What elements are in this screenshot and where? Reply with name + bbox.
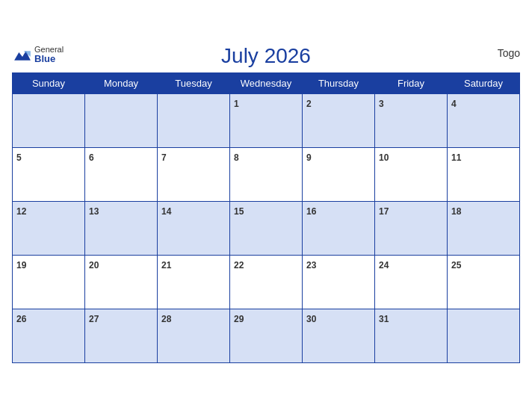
- calendar-cell: 10: [375, 147, 448, 201]
- day-number: 10: [379, 152, 389, 163]
- generalblue-logo-icon: [12, 44, 33, 65]
- calendar-cell: 24: [375, 255, 448, 309]
- calendar-cell: 18: [448, 201, 520, 255]
- calendar-week-row: 19202122232425: [13, 255, 520, 309]
- calendar-cell: 31: [375, 309, 448, 362]
- day-number: 18: [451, 206, 461, 217]
- calendar-title: July 2026: [221, 44, 311, 68]
- calendar-cell: 21: [158, 255, 230, 309]
- header-tuesday: Tuesday: [158, 72, 230, 93]
- calendar-cell: 7: [158, 147, 230, 201]
- day-number: 19: [16, 260, 26, 271]
- calendar-cell: [448, 309, 520, 362]
- day-number: 16: [306, 206, 316, 217]
- day-number: 13: [89, 206, 99, 217]
- calendar-cell: 16: [303, 201, 375, 255]
- day-number: 20: [89, 260, 99, 271]
- calendar-week-row: 12131415161718: [13, 201, 520, 255]
- country-label: Togo: [498, 47, 520, 59]
- day-number: 28: [161, 314, 171, 324]
- header-wednesday: Wednesday: [230, 72, 303, 93]
- day-number: 11: [451, 152, 461, 163]
- calendar-cell: 11: [448, 147, 520, 201]
- calendar-cell: 5: [13, 147, 85, 201]
- weekday-header-row: Sunday Monday Tuesday Wednesday Thursday…: [13, 72, 520, 93]
- calendar-cell: 2: [303, 93, 375, 147]
- calendar-cell: 27: [85, 309, 158, 362]
- calendar-cell: 14: [158, 201, 230, 255]
- calendar-cell: 22: [230, 255, 303, 309]
- header-saturday: Saturday: [448, 72, 520, 93]
- day-number: 26: [16, 314, 26, 324]
- calendar-cell: 3: [375, 93, 448, 147]
- day-number: 25: [451, 260, 461, 271]
- header-thursday: Thursday: [303, 72, 375, 93]
- calendar-cell: 12: [13, 201, 85, 255]
- calendar-cell: 17: [375, 201, 448, 255]
- calendar-cell: 1: [230, 93, 303, 147]
- day-number: 4: [451, 99, 457, 109]
- day-number: 2: [306, 99, 312, 109]
- day-number: 17: [379, 206, 389, 217]
- day-number: 24: [379, 260, 389, 271]
- calendar-week-row: 262728293031: [13, 309, 520, 362]
- logo-blue-text: Blue: [34, 54, 64, 64]
- day-number: 22: [234, 260, 244, 271]
- header-monday: Monday: [85, 72, 158, 93]
- calendar-cell: 6: [85, 147, 158, 201]
- calendar-cell: 28: [158, 309, 230, 362]
- day-number: 8: [234, 152, 239, 163]
- day-number: 5: [16, 152, 22, 163]
- day-number: 21: [161, 260, 171, 271]
- day-number: 9: [306, 152, 312, 163]
- day-number: 6: [89, 152, 94, 163]
- calendar-cell: 20: [85, 255, 158, 309]
- logo-text: General Blue: [34, 46, 64, 64]
- calendar-cell: 19: [13, 255, 85, 309]
- day-number: 7: [161, 152, 167, 163]
- day-number: 29: [234, 314, 244, 324]
- calendar-wrapper: General Blue July 2026 Togo Sunday Monda…: [0, 37, 532, 375]
- day-number: 12: [16, 206, 26, 217]
- day-number: 23: [306, 260, 316, 271]
- calendar-header: General Blue July 2026 Togo: [12, 44, 520, 68]
- calendar-cell: [13, 93, 85, 147]
- calendar-week-row: 567891011: [13, 147, 520, 201]
- calendar-cell: 15: [230, 201, 303, 255]
- calendar-cell: 30: [303, 309, 375, 362]
- calendar-cell: 13: [85, 201, 158, 255]
- calendar-cell: 4: [448, 93, 520, 147]
- calendar-cell: 8: [230, 147, 303, 201]
- header-sunday: Sunday: [13, 72, 85, 93]
- calendar-cell: 29: [230, 309, 303, 362]
- day-number: 27: [89, 314, 99, 324]
- logo-general-text: General: [34, 46, 64, 54]
- day-number: 30: [306, 314, 316, 324]
- logo-area: General Blue: [12, 44, 64, 65]
- calendar-cell: 9: [303, 147, 375, 201]
- calendar-cell: [158, 93, 230, 147]
- calendar-cell: [85, 93, 158, 147]
- day-number: 3: [379, 99, 384, 109]
- day-number: 14: [161, 206, 171, 217]
- day-number: 31: [379, 314, 389, 324]
- calendar-cell: 26: [13, 309, 85, 362]
- day-number: 15: [234, 206, 244, 217]
- calendar-table: Sunday Monday Tuesday Wednesday Thursday…: [12, 72, 520, 363]
- day-number: 1: [234, 99, 239, 109]
- calendar-cell: 25: [448, 255, 520, 309]
- header-friday: Friday: [375, 72, 448, 93]
- calendar-cell: 23: [303, 255, 375, 309]
- calendar-week-row: 1234: [13, 93, 520, 147]
